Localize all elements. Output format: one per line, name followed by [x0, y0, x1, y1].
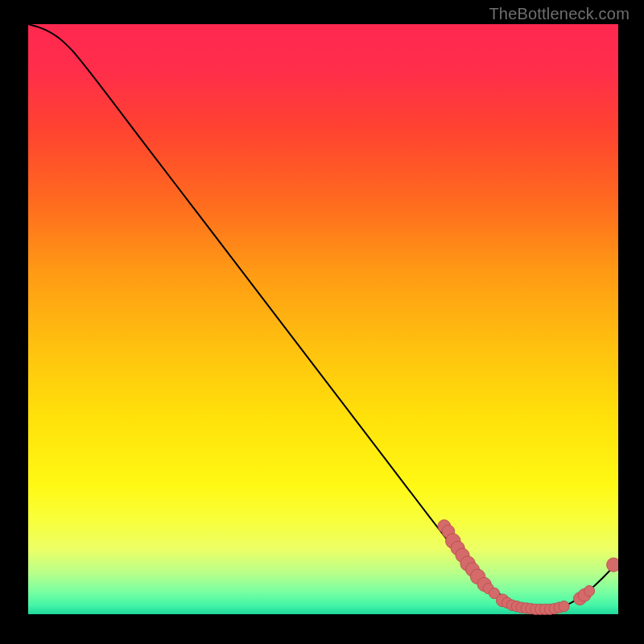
chart-root: TheBottleneck.com — [0, 0, 644, 644]
bottleneck-curve — [28, 24, 618, 610]
data-dot — [584, 585, 594, 596]
chart-svg — [28, 24, 618, 618]
attribution-text: TheBottleneck.com — [489, 5, 630, 23]
plot-area — [28, 24, 618, 618]
data-dots — [438, 520, 618, 615]
data-dot — [559, 601, 569, 612]
data-dot — [607, 558, 618, 572]
